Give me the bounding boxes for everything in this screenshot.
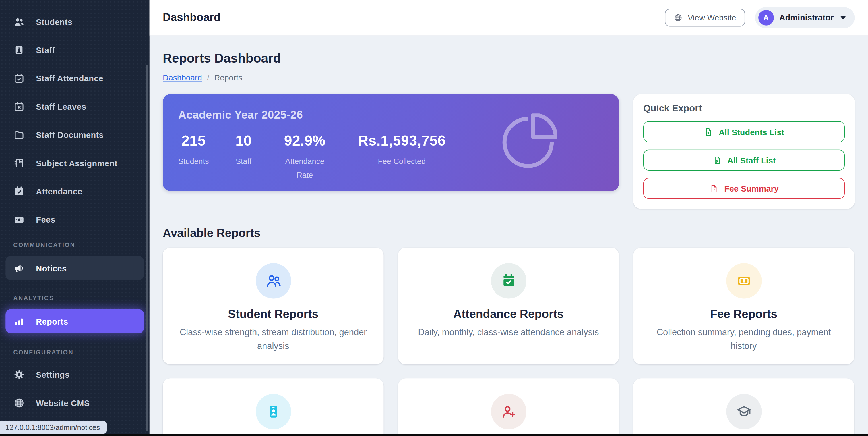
stat-students: 215 Students [178,133,209,182]
sidebar-item-label: Fees [36,214,55,224]
sidebar-item-label: Staff Leaves [36,102,86,111]
card-description: Class-wise strength, stream distribution… [178,326,368,353]
content-pane: Dashboard View Website A Administrator R… [150,0,868,436]
sidebar-item-attendance[interactable]: Attendance [5,179,144,203]
sidebar-section-management: MANAGEMENT [0,0,150,3]
user-menu[interactable]: A Administrator [755,7,855,28]
id-card-icon [255,394,291,429]
sidebar-item-students[interactable]: Students [5,9,144,34]
globe-icon [674,13,683,22]
sidebar-section-analytics: ANALYTICS [0,295,150,303]
banknote-icon [13,213,25,225]
pdf-file-icon [709,183,719,193]
sidebar-item-website-cms[interactable]: Website CMS [5,390,144,415]
globe-icon [13,397,25,408]
sidebar-item-label: Staff [36,45,55,55]
sidebar-item-label: Notices [36,263,67,273]
breadcrumb-current: Reports [214,73,242,82]
sidebar-item-label: Website CMS [36,398,90,408]
stat-staff: 10 Staff [236,133,252,182]
page-title: Reports Dashboard [163,51,855,66]
graduation-cap-icon [726,394,761,429]
stat-fee-collected: Rs.1,593,756 Fee Collected [358,133,446,182]
sidebar-item-subject-assignment[interactable]: Subject Assignment [5,151,144,175]
admin-dashboard: MANAGEMENT Students Staff Staff Attendan… [0,0,868,436]
view-website-label: View Website [688,13,736,22]
report-card-partial-3[interactable] [633,378,854,436]
export-all-students-button[interactable]: All Students List [643,121,845,142]
view-website-button[interactable]: View Website [665,9,745,26]
sidebar-item-label: Staff Documents [36,130,104,139]
card-title: Fee Reports [649,307,839,321]
sidebar-item-staff-attendance[interactable]: Staff Attendance [5,66,144,90]
main-content: Reports Dashboard Dashboard / Reports Ac… [150,35,868,436]
chevron-down-icon [840,16,846,19]
status-url-tooltip: 127.0.0.1:8003/admin/notices [0,421,106,434]
sidebar-item-label: Settings [36,370,69,379]
id-badge-icon [13,44,25,55]
report-card-partial-2[interactable] [398,378,619,436]
sidebar-section-configuration: CONFIGURATION [0,349,150,358]
report-card-student[interactable]: Student Reports Class-wise strength, str… [163,248,383,365]
top-header: Dashboard View Website A Administrator [150,0,868,35]
sidebar-item-staff-documents[interactable]: Staff Documents [5,122,144,147]
stat-attendance-rate: 92.9% Attendance Rate [278,133,331,182]
card-title: Student Reports [178,307,368,321]
pie-chart-icon [499,113,557,171]
sidebar-item-label: Attendance [36,186,82,196]
academic-year-banner: Academic Year 2025-26 215 Students 10 St… [163,94,619,191]
breadcrumb-dashboard-link[interactable]: Dashboard [163,73,202,82]
excel-file-icon [704,127,713,137]
megaphone-icon [13,262,25,274]
sidebar-item-settings[interactable]: Settings [5,362,144,386]
card-description: Daily, monthly, class-wise attendance an… [414,326,603,340]
header-title: Dashboard [163,11,220,24]
avatar: A [758,10,774,25]
sidebar-item-reports[interactable]: Reports [5,309,144,333]
person-plus-icon [491,394,526,429]
notebook-bookmark-icon [13,157,25,169]
card-title: Attendance Reports [414,307,603,321]
sidebar-item-label: Subject Assignment [36,158,117,168]
sidebar-section-communication: COMMUNICATION [0,241,150,251]
sidebar-item-staff-leaves[interactable]: Staff Leaves [5,94,144,119]
sidebar-item-fees[interactable]: Fees [5,207,144,232]
card-description: Collection summary, pending dues, paymen… [649,326,839,353]
breadcrumb: Dashboard / Reports [163,73,855,82]
report-card-attendance[interactable]: Attendance Reports Daily, monthly, class… [398,248,619,365]
folder-icon [13,129,25,140]
breadcrumb-separator: / [207,73,209,82]
user-name: Administrator [779,12,834,22]
report-card-fee[interactable]: Fee Reports Collection summary, pending … [633,248,854,365]
sidebar-item-label: Students [36,17,72,26]
excel-file-icon [712,155,722,165]
export-all-staff-button[interactable]: All Staff List [643,150,845,171]
sidebar-item-staff[interactable]: Staff [5,38,144,62]
students-group-icon [255,263,291,298]
banknote-icon [726,263,761,298]
gear-icon [13,369,25,380]
sidebar-item-notices[interactable]: Notices [5,256,144,280]
calendar-check-icon [13,72,25,84]
sidebar-item-label: Staff Attendance [36,74,103,83]
export-fee-summary-button[interactable]: Fee Summary [643,178,845,199]
report-cards-row-1: Student Reports Class-wise strength, str… [163,248,855,365]
header-actions: View Website A Administrator [665,7,855,28]
bar-chart-icon [13,315,25,327]
quick-export-title: Quick Export [643,103,845,114]
sidebar-item-label: Reports [36,317,68,326]
sidebar: MANAGEMENT Students Staff Staff Attendan… [0,0,150,436]
report-card-partial-1[interactable] [163,378,383,436]
calendar-x-icon [13,100,25,112]
calendar-check-icon [491,263,526,298]
screen-bottom-edge [0,434,868,436]
available-reports-heading: Available Reports [163,227,855,240]
report-cards-row-2 [163,378,855,436]
users-icon [13,16,25,27]
quick-export-panel: Quick Export All Students List All Staff… [633,94,855,209]
sidebar-scrollbar[interactable] [146,65,148,432]
calendar-check-filled-icon [13,185,25,197]
